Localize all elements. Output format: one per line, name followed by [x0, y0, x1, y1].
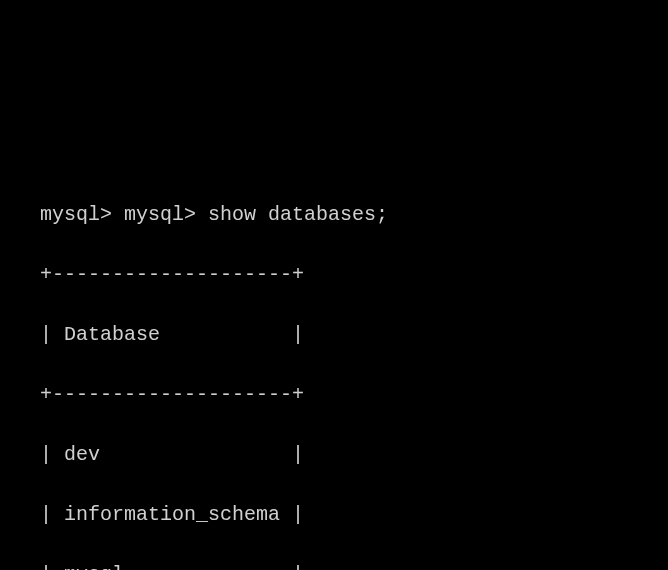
table-border-mid: +--------------------+: [40, 380, 628, 410]
prompt: mysql>: [40, 203, 112, 226]
command-line: mysql> mysql> show databases;: [40, 200, 628, 230]
table-header: | Database |: [40, 320, 628, 350]
terminal-output[interactable]: mysql> mysql> show databases; +---------…: [40, 170, 628, 570]
table-row: | dev |: [40, 440, 628, 470]
table-border-top: +--------------------+: [40, 260, 628, 290]
sql-command: show databases;: [208, 203, 388, 226]
table-row: | information_schema |: [40, 500, 628, 530]
table-row: | mysql |: [40, 560, 628, 570]
prompt: mysql>: [124, 203, 196, 226]
